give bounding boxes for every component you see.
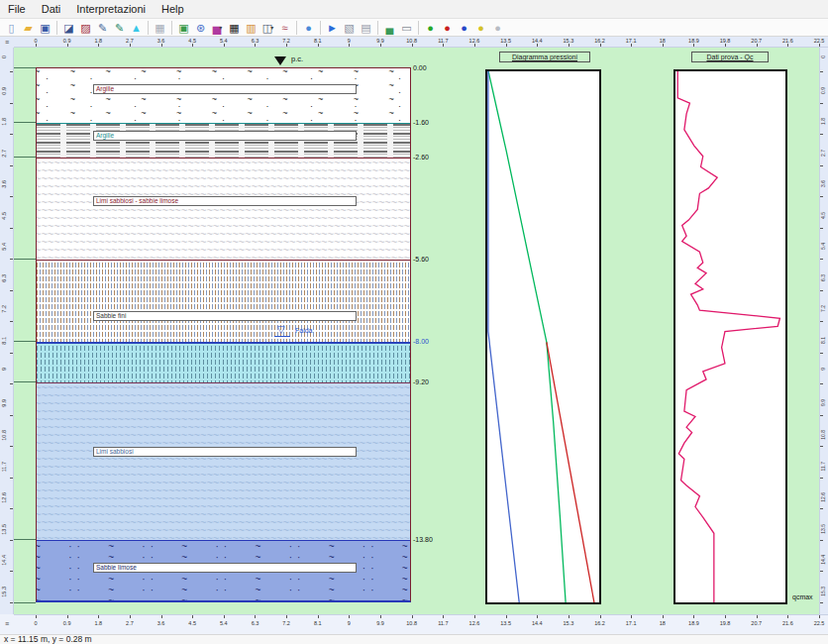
ruler-bottom-label: 13.5 (497, 620, 515, 626)
ruler-left-label: 7.2 (1, 305, 7, 313)
table-icon-glyph: ▦ (229, 20, 239, 36)
ruler-top-tick (693, 44, 694, 47)
layer-label-argille-superiore: Argille (93, 84, 357, 94)
ruler-right-label: 9.9 (820, 399, 826, 406)
ruler-right-tick (820, 259, 823, 260)
ruler-bottom-label: 1.8 (89, 620, 107, 626)
ruler-bottom-label: 15.3 (560, 620, 577, 626)
columns-icon[interactable]: ▥ (243, 20, 259, 36)
ruler-left-tick (10, 71, 13, 72)
arrow-icon[interactable]: ► (324, 20, 341, 36)
toolbar-separator (56, 21, 57, 35)
edit-form-icon[interactable]: ✎ (111, 20, 128, 36)
stats-icon-glyph: ▄ (386, 20, 394, 36)
ruler-bottom-tick (787, 615, 788, 618)
open-folder-icon[interactable]: ▰ (20, 20, 37, 36)
settings-gear-icon[interactable]: ⊛ (192, 20, 209, 36)
ruler-right-tick (820, 353, 823, 354)
layer-argille-superiore: ~ ~ ~ ~ ~ ~ ~ ~ ~ ~ ~ ~ ~ ~ ~ ~ ~ ~ ~ ~ … (37, 68, 410, 123)
image-icon[interactable]: ▨ (77, 20, 94, 36)
pressure-diagram-panel (485, 69, 601, 604)
ruler-top-tick (192, 44, 193, 47)
depth-label: -9.20 (413, 378, 429, 385)
ground-level-triangle-icon (274, 56, 286, 65)
dropdown-arrow-icon[interactable]: ▾ (270, 20, 273, 36)
ruler-bottom-label: 8.1 (309, 620, 327, 626)
picture-view-icon[interactable]: ▣ (175, 20, 192, 36)
edit-report-icon[interactable]: ✎ (94, 20, 111, 36)
save-icon[interactable]: ▣ (37, 20, 53, 36)
print-icon[interactable]: ▭ (398, 20, 415, 36)
blue-line (488, 71, 519, 602)
ruler-bottom-tick (36, 615, 37, 618)
dropdown-arrow-icon[interactable]: ▾ (219, 20, 222, 36)
sphere-gray-icon[interactable]: ● (489, 20, 506, 36)
sphere-blue-icon[interactable]: ● (456, 20, 472, 36)
sample-icon[interactable]: ▲ (128, 20, 145, 36)
chart-options-icon[interactable]: ◫▾ (259, 20, 276, 36)
green-line (488, 71, 566, 602)
ruler-corner-icon: ≡ (0, 37, 14, 48)
ruler-right-label: 5.4 (820, 243, 826, 250)
sphere-green-icon[interactable]: ● (422, 20, 439, 36)
ruler-bottom-tick (412, 615, 413, 618)
ruler-left-tick (10, 540, 13, 541)
ruler-left-label: 14.4 (1, 555, 7, 566)
status-bar: x = 11.15 m, y = 0.28 m (0, 634, 828, 644)
ruler-left-tick (10, 259, 13, 260)
line-chart-icon[interactable]: ≈ (276, 20, 293, 36)
sphere-gray-icon-glyph: ● (494, 20, 501, 36)
ruler-bottom-tick (506, 615, 507, 618)
layer-label-sabbie-fini: Sabbie fini (93, 311, 357, 321)
ruler-bottom-label: 11.7 (434, 620, 452, 626)
ruler-top-tick (537, 44, 538, 47)
stats-icon[interactable]: ▄ (381, 20, 398, 36)
menu-item-help[interactable]: Help (154, 0, 192, 18)
ruler-left-label: 5.4 (1, 243, 7, 251)
depth-label: -13.80 (413, 536, 433, 543)
ruler-left-tick (10, 508, 13, 509)
boundary-tick (14, 381, 36, 382)
ruler-right-label: 8.1 (820, 337, 826, 344)
notes-icon-glyph: ▤ (361, 20, 370, 36)
ruler-right-label: 0 (820, 55, 826, 58)
drawing-canvas[interactable]: ~ ~ ~ ~ ~ ~ ~ ~ ~ ~ ~ ~ ~ ~ ~ ~ ~ ~ ~ ~ … (14, 48, 819, 614)
ruler-right-tick (820, 415, 823, 416)
export-chart-icon[interactable]: ◪ (60, 20, 77, 36)
sphere-yellow-icon[interactable]: ● (472, 20, 489, 36)
ruler-right-label: 6.3 (820, 274, 826, 281)
ruler-top-tick (349, 44, 350, 47)
new-file-icon-glyph: ▯ (8, 20, 14, 36)
ruler-left-tick (10, 196, 13, 197)
ruler-bottom-tick (757, 615, 758, 618)
ground-level-label: p.c. (291, 54, 303, 63)
sphere-yellow-icon-glyph: ● (477, 20, 484, 36)
ruler-right-tick (820, 290, 823, 291)
ruler-bottom-label: 18.9 (684, 620, 702, 626)
bar-chart-icon[interactable]: ▅▾ (209, 20, 226, 36)
menu-item-file[interactable]: File (0, 0, 34, 18)
copy-icon[interactable]: ▧ (341, 20, 358, 36)
columns-icon-glyph: ▥ (246, 20, 256, 36)
notes-icon[interactable]: ▤ (358, 20, 374, 36)
ruler-right-label: 12.6 (820, 492, 826, 502)
ruler-left-label: 12.6 (1, 492, 7, 503)
boundary-tick (14, 341, 36, 342)
table-icon[interactable]: ▦ (226, 20, 243, 36)
menu-bar: FileDatiInterpretazioniHelp (0, 0, 828, 19)
menu-item-dati[interactable]: Dati (34, 0, 69, 18)
ruler-right-tick (820, 165, 823, 166)
menu-item-interpretazioni[interactable]: Interpretazioni (68, 0, 154, 18)
new-file-icon[interactable]: ▯ (3, 20, 20, 36)
ruler-right-tick (820, 446, 823, 447)
qcmax-label: qcmax (792, 593, 813, 600)
globe-icon[interactable]: ● (300, 20, 317, 36)
ruler-right-tick (820, 602, 823, 603)
sphere-red-icon[interactable]: ● (439, 20, 456, 36)
qc-test-panel (673, 69, 787, 604)
ruler-top-tick (380, 44, 381, 47)
water-table-icon: ▽ (277, 325, 285, 335)
grid-icon[interactable]: ▦ (152, 20, 168, 36)
ruler-bottom-label: 17.1 (622, 620, 640, 626)
layer-strato-ciano (37, 342, 410, 382)
